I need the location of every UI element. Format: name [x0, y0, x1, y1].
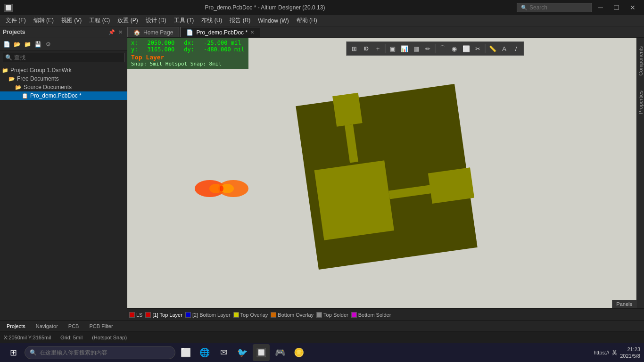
hotspot-info: (Hotspot Snap): [92, 335, 127, 340]
altium-icon[interactable]: 🔲: [253, 344, 270, 361]
taskbar-search-input[interactable]: [40, 349, 153, 356]
y-label: y:: [131, 46, 138, 53]
y-value: 3165.000: [147, 46, 174, 53]
pcb-canvas[interactable]: x: 2050.000 dx: -25.000 mil y: 3165.000 …: [127, 38, 636, 308]
close-button[interactable]: ✕: [625, 0, 640, 15]
line-tool[interactable]: /: [511, 43, 522, 54]
menu-item-f[interactable]: 文件 (F): [2, 16, 30, 25]
start-button[interactable]: ⊞: [4, 343, 23, 362]
tree-item-icon: 📋: [22, 93, 28, 99]
measure-tool[interactable]: 📏: [487, 43, 498, 54]
tree-item-prodemopcbdoc[interactable]: 📋 Pro_demo.PcbDoc *: [0, 91, 127, 100]
twitter-icon[interactable]: 🐦: [234, 344, 251, 361]
layer-swatch: [185, 312, 191, 318]
layer-label: Bottom Solder: [358, 312, 391, 318]
menu-item-windoww[interactable]: Window (W): [254, 16, 292, 25]
sidebar-search[interactable]: 🔍: [2, 53, 125, 62]
project-tree: 📁 Project Group 1.DsnWrk 📂 Free Document…: [0, 64, 127, 321]
layer-1toplayer[interactable]: [1] Top Layer: [145, 312, 182, 318]
tab-homepage[interactable]: 🏠 Home Page: [127, 27, 179, 37]
pad-tool[interactable]: ⬜: [461, 43, 472, 54]
layer-label: Top Overlay: [240, 312, 268, 318]
tab-icon: 🏠: [133, 29, 140, 36]
menu-item-h[interactable]: 帮助 (H): [293, 16, 321, 25]
open-project-button[interactable]: 📂: [12, 40, 22, 49]
restore-button[interactable]: ☐: [609, 0, 624, 15]
sidebar-pin-button[interactable]: 📌: [108, 28, 116, 36]
menu-item-d[interactable]: 设计 (D): [142, 16, 170, 25]
game-icon[interactable]: 🎮: [272, 344, 289, 361]
tab-prodemopcbdoc[interactable]: 📄 Pro_demo.PcbDoc *✕: [180, 27, 260, 37]
coin-icon[interactable]: 🪙: [290, 344, 307, 361]
menu-item-c[interactable]: 工程 (C): [85, 16, 114, 25]
task-view-button[interactable]: ⬜: [177, 344, 194, 361]
taskbar-search-box[interactable]: 🔍: [25, 346, 175, 359]
tab-label: Pro_demo.PcbDoc *: [196, 29, 248, 36]
layer-bottomsolder[interactable]: Bottom Solder: [351, 312, 391, 318]
layer-swatch: [271, 312, 276, 318]
menu-item-t[interactable]: 工具 (T): [170, 16, 198, 25]
components-panel-tab[interactable]: Components: [637, 42, 644, 79]
rect-select-tool[interactable]: ▣: [387, 43, 398, 54]
clock: 21:23 2021/5/8: [620, 346, 640, 360]
bottom-tab-navigator[interactable]: Navigator: [31, 322, 63, 330]
bottom-tab-pcb-filter[interactable]: PCB Filter: [84, 322, 117, 330]
sidebar-controls: 📌 ✕: [108, 28, 124, 36]
pen-tool[interactable]: ✏: [422, 43, 434, 54]
dx-value: -25.000 mil: [204, 40, 241, 46]
edge-icon[interactable]: 🌐: [196, 344, 213, 361]
layer-2bottomlayer[interactable]: [2] Bottom Layer: [185, 312, 231, 318]
menu-item-r[interactable]: 报告 (R): [226, 16, 254, 25]
settings-button[interactable]: ⚙: [43, 40, 53, 49]
via-tool[interactable]: ◉: [449, 43, 460, 54]
menu-item-p[interactable]: 放置 (P): [114, 16, 141, 25]
layer-label: Bottom Overlay: [278, 312, 314, 318]
filter-tool[interactable]: ⊞: [349, 43, 360, 54]
tree-item-freedocuments[interactable]: 📂 Free Documents: [0, 74, 127, 83]
interactive-router-tool[interactable]: ID: [361, 43, 372, 54]
bottom-tab-projects[interactable]: Projects: [2, 322, 30, 330]
pad-right: [428, 167, 474, 204]
sidebar-search-input[interactable]: [14, 54, 108, 61]
sidebar-close-button[interactable]: ✕: [116, 28, 124, 36]
text-tool[interactable]: A: [499, 43, 510, 54]
system-tray: https:// 英 21:23 2021/5/8: [594, 346, 640, 360]
menu-item-v[interactable]: 视图 (V): [58, 16, 85, 25]
tree-item-sourcedocuments[interactable]: 📂 Source Documents: [0, 83, 127, 91]
search-input[interactable]: [529, 4, 586, 11]
layer-swatch: [145, 312, 151, 318]
layer-swatch: [351, 312, 357, 318]
tab-label: Home Page: [143, 29, 173, 36]
clock-date: 2021/5/8: [620, 353, 640, 359]
layer-ls[interactable]: LS: [129, 312, 142, 318]
pad-top-center: [332, 93, 363, 127]
menu-item-e[interactable]: 编辑 (E): [30, 16, 58, 25]
sidebar-title: Projects: [3, 29, 25, 35]
save-project-button[interactable]: 💾: [33, 40, 42, 49]
properties-panel-tab[interactable]: Properties: [637, 87, 644, 118]
tree-item-icon: 📂: [8, 76, 15, 82]
title-bar: 🔲 Pro_demo.PcbDoc * - Altium Designer (2…: [0, 0, 644, 15]
dy-label: dy:: [184, 46, 194, 53]
polygon-tool[interactable]: ▦: [411, 43, 422, 54]
menu-item-u[interactable]: 布线 (U): [198, 16, 226, 25]
arc-tool[interactable]: ⌒: [437, 43, 448, 54]
cut-tool[interactable]: ✂: [472, 43, 484, 54]
new-project-button[interactable]: 📄: [2, 40, 11, 49]
layer-topsolder[interactable]: Top Solder: [316, 312, 348, 318]
grid-info: Grid: 5mil: [60, 335, 83, 340]
layer-bottomoverlay[interactable]: Bottom Overlay: [271, 312, 314, 318]
layer-bar: LS [1] Top Layer [2] Bottom Layer Top Ov…: [127, 308, 644, 321]
title-search-box[interactable]: 🔍: [517, 3, 592, 12]
tab-close-button[interactable]: ✕: [250, 30, 254, 35]
close-project-button[interactable]: 📁: [23, 40, 32, 49]
layer-topoverlay[interactable]: Top Overlay: [233, 312, 268, 318]
mail-icon[interactable]: ✉: [215, 344, 232, 361]
panels-button[interactable]: Panels: [612, 300, 636, 308]
bottom-tab-pcb[interactable]: PCB: [64, 322, 84, 330]
window-controls: 🔍 ─ ☐ ✕: [517, 0, 640, 15]
add-tool[interactable]: +: [372, 43, 384, 54]
minimize-button[interactable]: ─: [593, 0, 608, 15]
tree-item-projectgroupdsnwrk[interactable]: 📁 Project Group 1.DsnWrk: [0, 66, 127, 74]
chart-tool[interactable]: 📊: [399, 43, 410, 54]
